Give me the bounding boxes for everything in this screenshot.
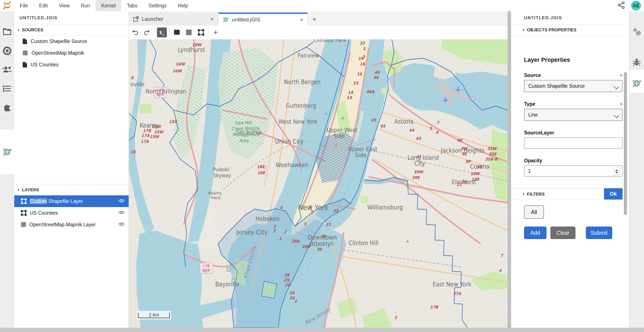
menu-view[interactable]: View	[54, 0, 75, 11]
map-label: 33	[333, 208, 338, 213]
interstate-shield: I 78NJTP	[200, 263, 213, 274]
console-button[interactable]: $_	[156, 27, 168, 38]
file-browser-icon[interactable]	[0, 24, 14, 39]
undo-button[interactable]	[129, 27, 141, 38]
sourcelayer-input[interactable]	[524, 138, 622, 149]
vector-layer-icon	[21, 198, 27, 204]
share-icon[interactable]	[617, 1, 626, 10]
map-label: Hoboken	[256, 215, 280, 222]
debugger-bug-icon[interactable]	[630, 54, 644, 70]
map-label: Kearny	[208, 190, 222, 196]
visibility-eye-icon[interactable]	[118, 198, 125, 204]
filter-clear-button[interactable]: Clear	[550, 226, 576, 239]
map-label: 31	[321, 234, 326, 239]
map-scale-bar: 2 km	[137, 311, 171, 320]
map-label: 16W	[172, 68, 182, 73]
map-label: Guttenberg	[286, 102, 316, 109]
right-panel-title: UNTITLED.JGIS	[511, 11, 629, 24]
add-raster-layer-button[interactable]	[183, 27, 195, 38]
map-label: 29B	[302, 244, 310, 249]
map-label: 4	[436, 130, 439, 135]
menu-edit[interactable]: Edit	[34, 0, 54, 11]
menu-run[interactable]: Run	[75, 0, 96, 11]
panel-splitter[interactable]	[508, 11, 511, 328]
sources-section-header[interactable]: ▾ SOURCES	[14, 24, 129, 36]
collaborators-icon[interactable]	[0, 62, 14, 78]
map-label: Management	[232, 132, 260, 137]
avatar[interactable]: AE	[631, 1, 641, 10]
source-item-us-counties[interactable]: US Counties	[14, 59, 129, 70]
visibility-eye-icon[interactable]	[118, 222, 125, 228]
tab-untitled-jgis[interactable]: untitled.jGIS ×	[218, 12, 308, 26]
map-label: 5	[310, 210, 313, 214]
add-layer-button[interactable]: +	[210, 28, 221, 37]
caret-down-icon: ▾	[18, 188, 20, 192]
basemap-gallery-button[interactable]	[171, 27, 183, 38]
menu-tabs[interactable]: Tabs	[121, 0, 143, 11]
left-activity-bar	[0, 11, 14, 332]
type-select[interactable]: Line	[524, 109, 622, 121]
map-label: 15	[353, 80, 358, 86]
layer-item-openstreetmap[interactable]: OpenStreetMap.Mapnik Layer	[14, 219, 129, 230]
jgis-sidebar-tab[interactable]	[0, 129, 14, 175]
map-label: 2	[394, 315, 397, 320]
opacity-input[interactable]: 1	[524, 165, 622, 176]
left-panel-title: UNTITLED.JGIS	[14, 11, 129, 24]
source-item-custom-shapefile[interactable]: Custom Shapefile Source	[14, 36, 129, 47]
map-label: 14	[348, 90, 353, 95]
extensions-icon[interactable]	[0, 100, 14, 114]
filters-section-header[interactable]: ▾ FILTERS	[511, 188, 629, 200]
map-label: 5	[430, 126, 432, 131]
map-label: 19	[358, 56, 364, 61]
table-of-contents-icon[interactable]	[0, 81, 14, 96]
map-label: 20	[462, 180, 468, 184]
map-canvas[interactable]: I 95NJTPI 78NJTP LyndhurstCliffside Park…	[129, 39, 508, 328]
running-kernels-icon[interactable]	[0, 43, 14, 58]
tab-close-icon[interactable]: ×	[205, 16, 214, 22]
filter-all-button[interactable]: All	[524, 205, 544, 219]
jgis-right-tab[interactable]	[630, 69, 644, 94]
scrollbar-thumb[interactable]	[624, 72, 627, 215]
map-label: Fairview	[298, 52, 319, 59]
new-tab-button[interactable]: +	[309, 12, 320, 26]
layer-item-us-counties[interactable]: US Counties	[14, 207, 129, 219]
property-inspector-icon[interactable]	[630, 24, 644, 39]
source-select[interactable]: Custom Shapefile Source	[524, 80, 622, 92]
tab-launcher[interactable]: Launcher ×	[129, 12, 218, 26]
map-label: 35A-B	[485, 157, 498, 162]
map-label: 25;	[284, 278, 290, 282]
chevron-down-icon	[614, 84, 619, 89]
objects-properties-header[interactable]: ▾ OBJECTS PROPERTIES	[511, 24, 629, 36]
layer-item-custom-shapefile[interactable]: Custom Shapefile Layer	[14, 196, 129, 207]
jgis-globe-icon	[630, 76, 644, 91]
filter-add-button[interactable]: Add	[524, 226, 546, 239]
status-bar	[0, 328, 644, 332]
menu-bar: File Edit View Run Kernel Tabs Settings …	[0, 0, 644, 12]
menu-items: File Edit View Run Kernel Tabs Settings …	[14, 0, 194, 11]
visibility-eye-icon[interactable]	[118, 210, 125, 216]
map-label: 45	[371, 118, 376, 122]
right-activity-bar	[629, 11, 644, 332]
source-field-label: Source	[524, 72, 541, 78]
menu-kernel[interactable]: Kernel	[96, 0, 121, 11]
map-label: New York	[298, 204, 328, 212]
map-label: Cliffside Park	[313, 39, 346, 43]
map-label: 17A	[142, 133, 150, 138]
add-vector-layer-button[interactable]	[195, 27, 207, 38]
map-label: Upper East	[348, 146, 378, 152]
map-label: 35E	[489, 152, 497, 156]
map-label: 2	[273, 224, 276, 229]
raster-grid-icon	[21, 222, 26, 228]
jupyter-logo-icon	[0, 0, 14, 11]
source-item-openstreetmap[interactable]: OpenStreetMap.Mapnik	[14, 47, 129, 59]
map-label: 16	[357, 72, 362, 76]
filter-submit-button[interactable]: Submit	[586, 226, 612, 239]
layers-section-header[interactable]: ▾ LAYERS	[14, 184, 129, 196]
menu-settings[interactable]: Settings	[143, 0, 172, 11]
number-stepper[interactable]	[613, 167, 620, 176]
menu-file[interactable]: File	[14, 0, 34, 11]
tab-close-icon[interactable]: ×	[295, 16, 303, 23]
map-label: Pulaski	[213, 166, 229, 172]
menu-help[interactable]: Help	[172, 0, 194, 11]
redo-button[interactable]	[141, 27, 153, 38]
